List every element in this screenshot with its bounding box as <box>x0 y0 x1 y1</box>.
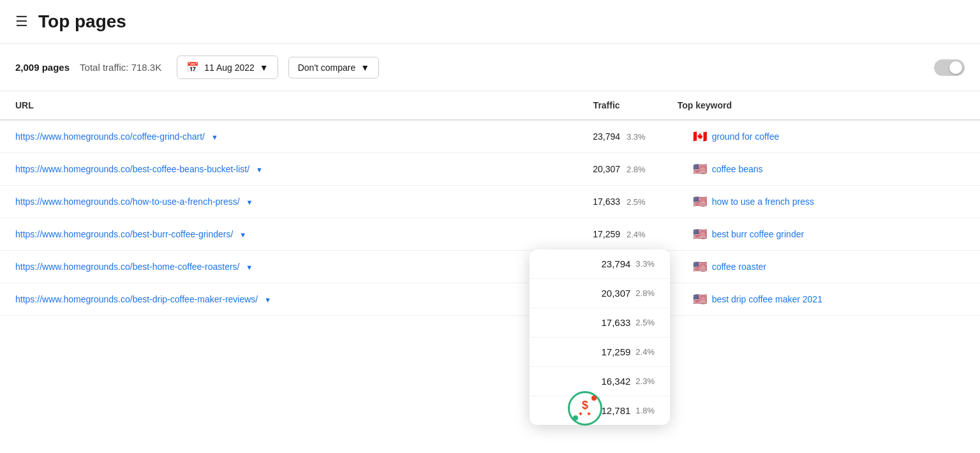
date-label: 11 Aug 2022 <box>204 63 255 73</box>
pages-table: URL Traffic Top keyword https://www.home… <box>0 91 980 316</box>
popup-traffic-pct: 2.5% <box>635 318 655 327</box>
traffic-cell: 23,794 3.3% <box>514 120 658 153</box>
traffic-percent: 2.4% <box>627 230 646 239</box>
url-link[interactable]: https://www.homegrounds.co/best-home-cof… <box>15 262 239 272</box>
traffic-cell: 20,307 2.8% <box>514 153 658 186</box>
toggle-switch[interactable] <box>934 59 965 76</box>
keyword-link[interactable]: best drip coffee maker 2021 <box>712 294 822 304</box>
page-title: Top pages <box>38 11 126 32</box>
popup-row: 20,307 2.8% <box>530 279 670 308</box>
flag-icon: 🇨🇦 <box>693 130 707 144</box>
popup-traffic-pct: 2.4% <box>635 347 655 357</box>
semrush-dollar-icon: $ <box>582 399 588 411</box>
table-row: https://www.homegrounds.co/best-home-cof… <box>0 251 980 283</box>
compare-dropdown-icon: ▼ <box>360 63 369 73</box>
url-dropdown-icon[interactable]: ▼ <box>264 296 271 304</box>
table-row: https://www.homegrounds.co/best-drip-cof… <box>0 283 980 316</box>
url-link[interactable]: https://www.homegrounds.co/best-burr-cof… <box>15 229 233 239</box>
date-dropdown-icon: ▼ <box>260 63 269 73</box>
keyword-cell: 🇺🇸 coffee beans <box>658 153 980 186</box>
url-cell: https://www.homegrounds.co/best-coffee-b… <box>0 153 514 186</box>
popup-row: 17,633 2.5% <box>530 308 670 338</box>
flag-icon: 🇺🇸 <box>693 227 707 241</box>
url-link[interactable]: https://www.homegrounds.co/how-to-use-a-… <box>15 197 240 207</box>
flag-icon: 🇺🇸 <box>693 292 707 306</box>
calendar-icon: 📅 <box>186 61 199 73</box>
semrush-badge: $ ✦ ✦ <box>568 391 602 426</box>
total-traffic: Total traffic: 718.3K <box>80 62 161 73</box>
popup-row: 23,794 3.3% <box>530 249 670 279</box>
flag-icon: 🇺🇸 <box>693 162 707 176</box>
url-dropdown-icon[interactable]: ▼ <box>246 264 253 271</box>
popup-traffic-pct: 3.3% <box>635 259 655 269</box>
table-row: https://www.homegrounds.co/best-coffee-b… <box>0 153 980 186</box>
url-cell: https://www.homegrounds.co/best-drip-cof… <box>0 283 514 316</box>
url-link[interactable]: https://www.homegrounds.co/coffee-grind-… <box>15 131 205 142</box>
popup-traffic-num: 17,259 <box>601 346 630 357</box>
table-row: https://www.homegrounds.co/best-burr-cof… <box>0 218 980 251</box>
toolbar: 2,009 pages Total traffic: 718.3K 📅 11 A… <box>0 44 980 91</box>
url-link[interactable]: https://www.homegrounds.co/best-coffee-b… <box>15 164 249 174</box>
url-dropdown-icon[interactable]: ▼ <box>256 166 263 174</box>
col-traffic: Traffic <box>514 91 658 120</box>
traffic-cell: 17,259 2.4% <box>514 218 658 251</box>
traffic-cell: 17,633 2.5% <box>514 186 658 218</box>
table-row: https://www.homegrounds.co/how-to-use-a-… <box>0 186 980 218</box>
popup-row: 17,259 2.4% <box>530 338 670 367</box>
semrush-dot-red <box>591 396 597 401</box>
traffic-number: 20,307 <box>593 164 620 174</box>
semrush-circle: $ ✦ ✦ <box>568 391 602 426</box>
keyword-link[interactable]: best burr coffee grinder <box>712 229 805 239</box>
keyword-cell: 🇺🇸 best burr coffee grinder <box>658 218 980 251</box>
keyword-link[interactable]: ground for coffee <box>712 131 780 142</box>
table-row: https://www.homegrounds.co/coffee-grind-… <box>0 120 980 153</box>
url-dropdown-icon[interactable]: ▼ <box>211 133 218 141</box>
traffic-percent: 3.3% <box>627 132 646 142</box>
traffic-number: 23,794 <box>593 131 620 142</box>
header: ☰ Top pages <box>0 0 980 44</box>
popup-traffic-num: 17,633 <box>601 317 630 328</box>
keyword-cell: 🇺🇸 coffee roaster <box>658 251 980 283</box>
popup-traffic-num: 12,781 <box>601 405 630 416</box>
url-cell: https://www.homegrounds.co/coffee-grind-… <box>0 120 514 153</box>
popup-traffic-pct: 1.8% <box>635 406 655 415</box>
flag-icon: 🇺🇸 <box>693 195 707 209</box>
col-url: URL <box>0 91 514 120</box>
popup-traffic-num: 23,794 <box>601 258 630 269</box>
keyword-link[interactable]: coffee beans <box>712 164 763 174</box>
keyword-link[interactable]: coffee roaster <box>712 262 766 272</box>
url-link[interactable]: https://www.homegrounds.co/best-drip-cof… <box>15 294 258 304</box>
date-picker-button[interactable]: 📅 11 Aug 2022 ▼ <box>177 56 278 79</box>
keyword-cell: 🇺🇸 how to use a french press <box>658 186 980 218</box>
col-keyword: Top keyword <box>658 91 980 120</box>
traffic-number: 17,633 <box>593 197 620 207</box>
compare-button[interactable]: Don't compare ▼ <box>288 57 379 78</box>
keyword-link[interactable]: how to use a french press <box>712 197 814 207</box>
flag-icon: 🇺🇸 <box>693 260 707 274</box>
popup-traffic-pct: 2.8% <box>635 288 655 298</box>
popup-traffic-num: 16,342 <box>601 376 630 387</box>
compare-label: Don't compare <box>298 63 356 73</box>
pages-count: 2,009 pages <box>15 62 70 73</box>
main-container: ☰ Top pages 2,009 pages Total traffic: 7… <box>0 0 980 453</box>
traffic-percent: 2.5% <box>627 197 646 207</box>
url-dropdown-icon[interactable]: ▼ <box>246 198 253 206</box>
url-cell: https://www.homegrounds.co/best-home-cof… <box>0 251 514 283</box>
semrush-dot-green <box>573 415 578 420</box>
popup-traffic-pct: 2.3% <box>635 376 655 386</box>
traffic-percent: 2.8% <box>627 165 646 174</box>
url-cell: https://www.homegrounds.co/how-to-use-a-… <box>0 186 514 218</box>
semrush-star-icon: ✦ ✦ <box>578 411 592 417</box>
popup-traffic-num: 20,307 <box>601 288 630 299</box>
url-cell: https://www.homegrounds.co/best-burr-cof… <box>0 218 514 251</box>
keyword-cell: 🇨🇦 ground for coffee <box>658 120 980 153</box>
traffic-number: 17,259 <box>593 229 620 239</box>
keyword-cell: 🇺🇸 best drip coffee maker 2021 <box>658 283 980 316</box>
url-dropdown-icon[interactable]: ▼ <box>239 231 246 239</box>
semrush-inner: $ ✦ ✦ <box>578 399 592 417</box>
hamburger-icon[interactable]: ☰ <box>15 13 28 30</box>
table-wrapper: URL Traffic Top keyword https://www.home… <box>0 91 980 316</box>
